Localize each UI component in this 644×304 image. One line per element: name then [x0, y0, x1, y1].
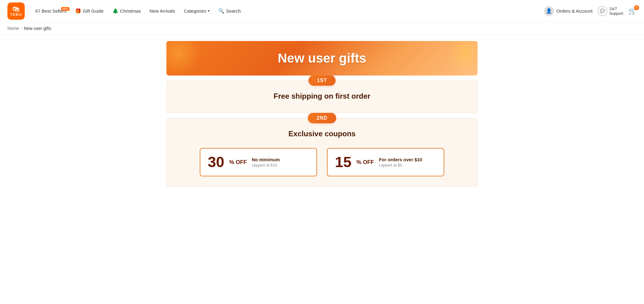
- coupons-row: 30 % OFF No minimum capped at $15 15 % O…: [167, 148, 477, 176]
- second-order-card: 2ND Exclusive coupons 30 % OFF No minimu…: [166, 118, 478, 187]
- nav-item-new-arrivals[interactable]: New Arrivals: [145, 6, 179, 16]
- breadcrumb-separator: ›: [21, 26, 22, 31]
- cart-button[interactable]: 🛒 5: [628, 7, 637, 15]
- banner-title: New user gifts: [278, 51, 366, 66]
- coupon-15-off: % OFF: [356, 159, 374, 166]
- chevron-down-icon: ▾: [208, 9, 210, 13]
- nav-label-new-arrivals: New Arrivals: [149, 8, 175, 14]
- breadcrumb-home[interactable]: Home: [7, 26, 19, 31]
- coupon-15-cap: capped at $5: [379, 163, 422, 167]
- orders-account-button[interactable]: 👤 Orders & Account: [544, 6, 593, 16]
- hot-badge: HOT: [61, 7, 69, 11]
- search-icon: 🔍: [218, 8, 224, 14]
- second-order-title: Exclusive coupons: [288, 129, 355, 138]
- breadcrumb-current: New user gifts: [24, 26, 51, 31]
- coupon-card-15: 15 % OFF For orders over $10 capped at $…: [327, 148, 444, 176]
- header-right: 👤 Orders & Account 💬 24/7 Support 🛒 5: [544, 6, 637, 16]
- coupon-15-condition: For orders over $10: [379, 157, 422, 162]
- coupon-30-value: 30: [208, 155, 224, 170]
- logo-icon: 🛍: [12, 6, 19, 13]
- logo-text: TEMU: [10, 13, 22, 16]
- nav-item-categories[interactable]: Categories ▾: [179, 6, 214, 16]
- main-nav: 🏷 Best Sellers HOT 🎁 Gift Guide 🌲 Christ…: [31, 6, 543, 16]
- first-order-card: 1ST Free shipping on first order: [166, 80, 478, 113]
- nav-item-best-sellers[interactable]: 🏷 Best Sellers HOT: [31, 6, 71, 16]
- support-button[interactable]: 💬 24/7 Support: [597, 6, 623, 16]
- first-order-title: Free shipping on first order: [274, 92, 370, 101]
- search-label: Search: [226, 8, 241, 14]
- user-icon: 👤: [544, 6, 554, 16]
- support-icon: 💬: [597, 6, 607, 16]
- main-content: New user gifts 1ST Free shipping on firs…: [161, 41, 483, 199]
- breadcrumb: Home › New user gifts: [0, 22, 644, 35]
- coupon-30-condition: No minimum: [252, 157, 280, 162]
- coupon-15-details: For orders over $10 capped at $5: [379, 157, 422, 167]
- coupon-15-value: 15: [335, 155, 351, 170]
- temu-logo[interactable]: 🛍 TEMU: [7, 2, 25, 20]
- first-order-badge: 1ST: [308, 75, 336, 86]
- coupon-30-details: No minimum capped at $15: [252, 157, 280, 167]
- header: 🛍 TEMU 🏷 Best Sellers HOT 🎁 Gift Guide 🌲…: [0, 0, 644, 22]
- support-label: 24/7 Support: [609, 6, 623, 16]
- gift-guide-icon: 🎁: [75, 8, 81, 14]
- nav-item-gift-guide[interactable]: 🎁 Gift Guide: [71, 6, 108, 16]
- orders-account-label: Orders & Account: [556, 8, 593, 14]
- nav-label-categories: Categories: [184, 8, 206, 14]
- christmas-icon: 🌲: [112, 8, 119, 14]
- coupon-30-off: % OFF: [229, 159, 247, 166]
- cart-count: 5: [634, 5, 639, 10]
- nav-label-christmas: Christmas: [120, 8, 141, 14]
- best-sellers-icon: 🏷: [35, 8, 40, 14]
- coupon-card-30: 30 % OFF No minimum capped at $15: [200, 148, 317, 176]
- nav-label-gift-guide: Gift Guide: [83, 8, 104, 14]
- banner: New user gifts: [166, 41, 478, 76]
- nav-search[interactable]: 🔍 Search: [214, 6, 245, 16]
- nav-item-christmas[interactable]: 🌲 Christmas: [108, 6, 145, 16]
- second-order-badge: 2ND: [308, 113, 336, 123]
- coupon-30-cap: capped at $15: [252, 163, 280, 167]
